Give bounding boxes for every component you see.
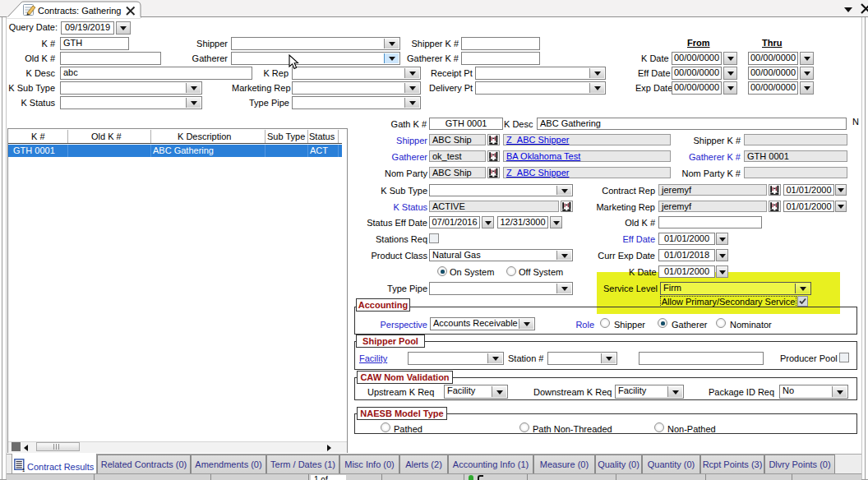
svg-text:1: 1 — [22, 468, 25, 472]
